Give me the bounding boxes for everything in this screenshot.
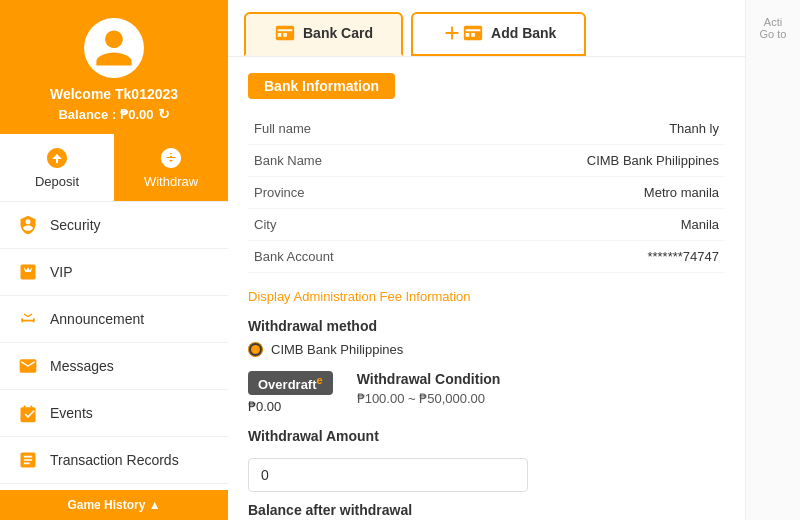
overdraft-section: Overdrafte ₱0.00 bbox=[248, 371, 333, 414]
sidebar-item-label-messages: Messages bbox=[50, 358, 114, 374]
tab-bar: Bank Card Add Bank bbox=[228, 0, 745, 57]
withdrawal-amount-section: Withdrawal Amount bbox=[248, 428, 725, 492]
withdraw-label: Withdraw bbox=[144, 174, 198, 189]
overdraft-label: Overdraft bbox=[258, 377, 317, 392]
sidebar-item-events[interactable]: Events bbox=[0, 390, 228, 437]
sidebar-header: Welcome Tk012023 Balance : ₱0.00 ↻ bbox=[0, 0, 228, 134]
withdraw-button[interactable]: Withdraw bbox=[114, 134, 228, 201]
balance-refresh-icon[interactable]: ↻ bbox=[158, 106, 170, 122]
sidebar-menu: Security VIP Announcement Messages Event… bbox=[0, 202, 228, 490]
withdrawal-method-option-label: CIMB Bank Philippines bbox=[271, 342, 403, 357]
game-history-button[interactable]: Game History ▲ bbox=[0, 490, 228, 520]
table-row: Bank Account *******74747 bbox=[248, 241, 725, 273]
province-value: Metro manila bbox=[408, 177, 725, 209]
withdrawal-method-radio[interactable] bbox=[248, 342, 263, 357]
sidebar-item-label-events: Events bbox=[50, 405, 93, 421]
overdraft-sup: e bbox=[317, 374, 323, 386]
overdraft-amount: ₱0.00 bbox=[248, 399, 333, 414]
withdrawal-method-section: Withdrawal method CIMB Bank Philippines bbox=[248, 318, 725, 357]
province-label: Province bbox=[248, 177, 408, 209]
city-label: City bbox=[248, 209, 408, 241]
bank-name-value: CIMB Bank Philippines bbox=[408, 145, 725, 177]
sidebar-item-transaction-records[interactable]: Transaction Records bbox=[0, 437, 228, 484]
withdrawal-condition-col: Withdrawal Condition ₱100.00 ~ ₱50,000.0… bbox=[357, 371, 725, 406]
withdrawal-condition-range: ₱100.00 ~ ₱50,000.00 bbox=[357, 391, 725, 406]
sidebar-item-label-announcement: Announcement bbox=[50, 311, 144, 327]
tab-bank-card[interactable]: Bank Card bbox=[244, 12, 403, 56]
withdrawal-amount-title: Withdrawal Amount bbox=[248, 428, 725, 444]
sidebar-actions: Deposit Withdraw bbox=[0, 134, 228, 202]
admin-fee-link[interactable]: Display Administration Fee Information bbox=[248, 289, 471, 304]
overdraft-box: Overdrafte bbox=[248, 371, 333, 395]
table-row: Bank Name CIMB Bank Philippines bbox=[248, 145, 725, 177]
tab-bank-card-label: Bank Card bbox=[303, 25, 373, 41]
table-row: City Manila bbox=[248, 209, 725, 241]
avatar bbox=[84, 18, 144, 78]
sidebar-item-messages[interactable]: Messages bbox=[0, 343, 228, 390]
city-value: Manila bbox=[408, 209, 725, 241]
bank-account-label: Bank Account bbox=[248, 241, 408, 273]
main-content: Bank Card Add Bank Bank Information Full… bbox=[228, 0, 745, 520]
table-row: Province Metro manila bbox=[248, 177, 725, 209]
sidebar: Welcome Tk012023 Balance : ₱0.00 ↻ Depos… bbox=[0, 0, 228, 520]
sidebar-item-security[interactable]: Security bbox=[0, 202, 228, 249]
sidebar-item-label-transaction-records: Transaction Records bbox=[50, 452, 179, 468]
withdrawal-method-title: Withdrawal method bbox=[248, 318, 725, 334]
balance-value: ₱0.00 bbox=[120, 107, 153, 122]
deposit-button[interactable]: Deposit bbox=[0, 134, 114, 201]
bank-name-label: Bank Name bbox=[248, 145, 408, 177]
sidebar-item-announcement[interactable]: Announcement bbox=[0, 296, 228, 343]
full-name-label: Full name bbox=[248, 113, 408, 145]
right-hint-panel: Acti Go to bbox=[745, 0, 800, 520]
withdrawal-conditions: Overdrafte ₱0.00 Withdrawal Condition ₱1… bbox=[248, 371, 725, 414]
right-hint-sub: Go to bbox=[760, 28, 787, 40]
bank-info-table: Full name Thanh ly Bank Name CIMB Bank P… bbox=[248, 113, 725, 273]
balance-display: Balance : ₱0.00 ↻ bbox=[58, 106, 169, 122]
tab-add-bank-label: Add Bank bbox=[491, 25, 556, 41]
full-name-value: Thanh ly bbox=[408, 113, 725, 145]
content-area: Bank Information Full name Thanh ly Bank… bbox=[228, 57, 745, 520]
welcome-text: Welcome Tk012023 bbox=[50, 86, 178, 102]
sidebar-item-label-vip: VIP bbox=[50, 264, 73, 280]
sidebar-item-label-security: Security bbox=[50, 217, 101, 233]
sidebar-item-vip[interactable]: VIP bbox=[0, 249, 228, 296]
balance-label: Balance : bbox=[58, 107, 116, 122]
withdrawal-amount-input[interactable] bbox=[248, 458, 528, 492]
withdrawal-condition-title: Withdrawal Condition bbox=[357, 371, 725, 387]
deposit-label: Deposit bbox=[35, 174, 79, 189]
right-hint-text: Acti bbox=[764, 16, 782, 28]
balance-after-label: Balance after withdrawal bbox=[248, 502, 725, 518]
withdrawal-method-option[interactable]: CIMB Bank Philippines bbox=[248, 342, 725, 357]
bank-account-value: *******74747 bbox=[408, 241, 725, 273]
bank-info-badge: Bank Information bbox=[248, 73, 395, 99]
tab-add-bank[interactable]: Add Bank bbox=[411, 12, 586, 56]
table-row: Full name Thanh ly bbox=[248, 113, 725, 145]
